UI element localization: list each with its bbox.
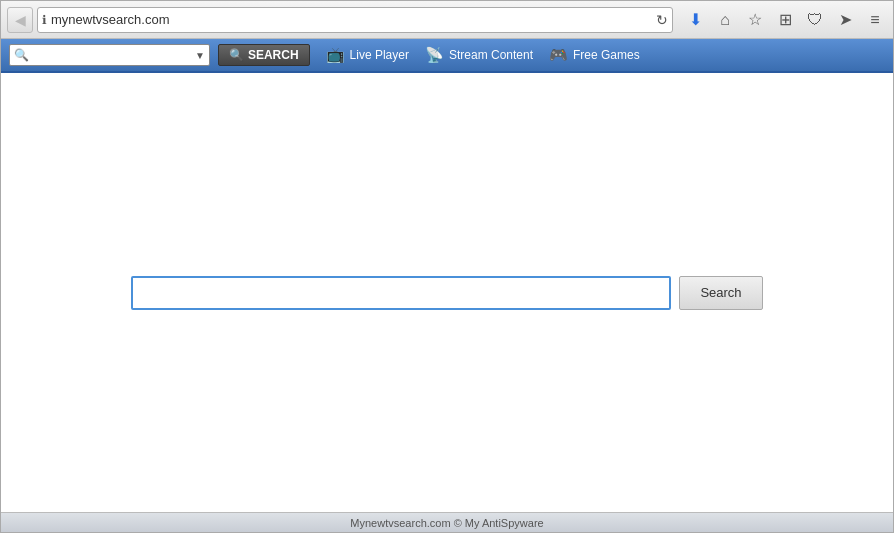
- shield-icon[interactable]: 🛡: [803, 8, 827, 32]
- address-bar: ℹ ↻: [37, 7, 673, 33]
- browser-toolbar-icons: ⬇ ⌂ ☆ ⊞ 🛡 ➤ ≡: [683, 8, 887, 32]
- toolbar-nav-live-player[interactable]: 📺 Live Player: [326, 46, 409, 64]
- address-input[interactable]: [51, 12, 652, 27]
- home-icon[interactable]: ⌂: [713, 8, 737, 32]
- menu-icon[interactable]: ≡: [863, 8, 887, 32]
- back-button[interactable]: ◀: [7, 7, 33, 33]
- main-search-button[interactable]: Search: [679, 276, 762, 310]
- status-bar: Mynewtvsearch.com © My AntiSpyware: [1, 512, 893, 532]
- toolbar-search-input[interactable]: [32, 48, 192, 62]
- share-icon[interactable]: ➤: [833, 8, 857, 32]
- toolbar-nav-stream-content-label: Stream Content: [449, 48, 533, 62]
- bookmark-icon[interactable]: ☆: [743, 8, 767, 32]
- toolbar-search-box: 🔍 ▼: [9, 44, 210, 66]
- toolbar-nav-free-games[interactable]: 🎮 Free Games: [549, 46, 640, 64]
- toolbar-nav-stream-content[interactable]: 📡 Stream Content: [425, 46, 533, 64]
- main-search-input[interactable]: [131, 276, 671, 310]
- toolbar-search-btn-icon: 🔍: [229, 48, 244, 62]
- toolbar-nav-live-player-label: Live Player: [350, 48, 409, 62]
- main-search-btn-label: Search: [700, 285, 741, 300]
- status-text: Mynewtvsearch.com © My AntiSpyware: [350, 517, 543, 529]
- extension-toolbar: 🔍 ▼ 🔍 SEARCH 📺 Live Player 📡 Stream Cont…: [1, 39, 893, 73]
- browser-window: ◀ ℹ ↻ ⬇ ⌂ ☆ ⊞ 🛡 ➤ ≡ 🔍 ▼ 🔍 SEARCH: [0, 0, 894, 533]
- sync-icon[interactable]: ⊞: [773, 8, 797, 32]
- toolbar-nav-free-games-label: Free Games: [573, 48, 640, 62]
- games-icon: 🎮: [549, 46, 568, 64]
- toolbar-nav-items: 📺 Live Player 📡 Stream Content 🎮 Free Ga…: [326, 46, 640, 64]
- tv-icon: 📺: [326, 46, 345, 64]
- nav-bar: ◀ ℹ ↻ ⬇ ⌂ ☆ ⊞ 🛡 ➤ ≡: [1, 1, 893, 39]
- search-dropdown-icon[interactable]: ▼: [195, 50, 205, 61]
- main-search-wrap: Search: [131, 276, 762, 310]
- toolbar-search-button[interactable]: 🔍 SEARCH: [218, 44, 310, 66]
- toolbar-search-icon: 🔍: [14, 48, 29, 62]
- content-area: Search: [1, 73, 893, 512]
- reload-icon[interactable]: ↻: [656, 12, 668, 28]
- info-icon[interactable]: ℹ: [42, 13, 47, 27]
- download-icon[interactable]: ⬇: [683, 8, 707, 32]
- stream-icon: 📡: [425, 46, 444, 64]
- toolbar-search-btn-label: SEARCH: [248, 48, 299, 62]
